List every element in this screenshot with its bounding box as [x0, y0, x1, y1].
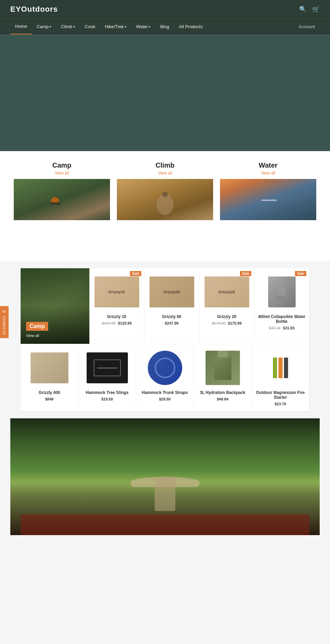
- grizzly15-label: Grizzly15: [108, 290, 125, 294]
- price: $247.99: [165, 321, 179, 325]
- category-water-viewall[interactable]: View all: [220, 171, 316, 176]
- category-water-image[interactable]: [220, 179, 316, 220]
- product-bottle-image: [258, 273, 306, 311]
- bottle-shape: [278, 285, 285, 295]
- product-grizzly400-price: $849: [24, 397, 75, 401]
- product-hammock-slings-image: [82, 349, 132, 387]
- category-climb-image[interactable]: [117, 179, 213, 220]
- cart-icon[interactable]: 🛒: [312, 5, 320, 13]
- nav-account[interactable]: Account: [294, 19, 320, 34]
- product-hammock-trunk[interactable]: Hammock Trunk Straps $29.50: [136, 344, 194, 411]
- product-hammock-slings[interactable]: Hammock Tree Slings $19.50: [78, 344, 136, 411]
- categories-grid: Camp View all Climb View all: [14, 161, 316, 220]
- product-backpack-name: 3L Hydration Backpack: [197, 390, 248, 395]
- contact-label: Contact Us: [2, 316, 7, 335]
- category-water-title: Water: [220, 161, 316, 169]
- sale-price: $31.83: [283, 326, 295, 330]
- svg-rect-5: [261, 200, 277, 201]
- category-water: Water View all: [220, 161, 316, 220]
- price: $23.70: [275, 402, 286, 406]
- product-grizzly15[interactable]: Sale Grizzly15 Grizzly 15 $124.99 $120.9…: [89, 268, 144, 344]
- navigation: Home Camp ▾ Climb ▾ Cook Hike/Trek ▾ Wat…: [0, 19, 330, 34]
- stick3: [284, 358, 288, 378]
- product-grizzly20-image: Grizzly20: [203, 273, 251, 311]
- logo[interactable]: EYOutdoors: [10, 5, 58, 14]
- product-firestarter-name: Outdoor Magnesium Fire Starter: [255, 390, 306, 400]
- category-climb-title: Climb: [117, 161, 213, 169]
- product-grizzly60[interactable]: Grizzly60 Grizzly 60 $247.99: [144, 268, 199, 344]
- sale-badge: Sale: [295, 271, 306, 276]
- chevron-down-icon: ▾: [50, 25, 51, 29]
- contact-icon: ✉: [2, 309, 7, 314]
- header: EYOutdoors 🔍 🛒: [0, 0, 330, 19]
- stick2: [278, 358, 283, 378]
- search-icon[interactable]: 🔍: [299, 5, 307, 13]
- products-section: Camp View all Sale Grizzly15 Grizzly 15 …: [0, 261, 330, 542]
- firestarter-img-placeholder: [273, 358, 288, 378]
- products-row-1: Camp View all Sale Grizzly15 Grizzly 15 …: [21, 268, 309, 344]
- nav-hiketrek[interactable]: Hike/Trek ▾: [100, 19, 131, 34]
- strap-line: [97, 368, 118, 369]
- header-icons: 🔍 🛒: [299, 5, 320, 13]
- category-climb-viewall[interactable]: View all: [117, 171, 213, 176]
- products-wrapper: Camp View all Sale Grizzly15 Grizzly 15 …: [21, 268, 309, 411]
- original-price: $37.14: [269, 326, 280, 330]
- product-grizzly400-name: Grizzly 400: [24, 390, 75, 395]
- categories-section: Camp View all Climb View all: [0, 151, 330, 261]
- grizzly15-img-placeholder: Grizzly15: [95, 276, 139, 307]
- hero-banner: [0, 34, 330, 151]
- boat-top: [155, 477, 175, 511]
- nav-right: Account: [294, 19, 320, 34]
- nav-cook[interactable]: Cook: [80, 19, 100, 34]
- product-grizzly400-image: [24, 349, 75, 387]
- nav-home[interactable]: Home: [10, 19, 32, 34]
- product-grizzly400[interactable]: Grizzly 400 $849: [21, 344, 78, 411]
- svg-point-3: [156, 194, 174, 215]
- contact-us-sidebar[interactable]: ✉ Contact Us: [0, 306, 9, 338]
- price: $849: [45, 397, 53, 401]
- category-camp: Camp View all: [14, 161, 110, 220]
- product-grizzly15-image: Grizzly15: [93, 273, 141, 311]
- nav-climb[interactable]: Climb ▾: [56, 19, 80, 34]
- original-price: $124.99: [102, 321, 116, 325]
- camp-promo-block[interactable]: Camp View all: [21, 268, 89, 344]
- bottom-hero-banner: [10, 418, 320, 535]
- chevron-down-icon: ▾: [74, 25, 75, 29]
- product-bottle-name: 400ml Collapsible Water Bottle: [258, 314, 306, 324]
- category-camp-image[interactable]: [14, 179, 110, 220]
- sale-badge: Sale: [240, 271, 251, 276]
- product-bottle[interactable]: Sale 400ml Collapsible Water Bottle $37.…: [254, 268, 309, 344]
- backpack-img-placeholder: [206, 351, 240, 385]
- product-hammock-trunk-name: Hammock Trunk Straps: [140, 390, 190, 395]
- product-firestarter[interactable]: Outdoor Magnesium Fire Starter $23.70: [252, 344, 309, 411]
- truck-shape: [21, 515, 309, 535]
- categories-spacer: [14, 220, 316, 248]
- hammock-slings-img-placeholder: [87, 352, 128, 383]
- price: $19.50: [101, 397, 113, 401]
- backpack-shape: [214, 356, 231, 380]
- grizzly20-label: Grizzly20: [218, 290, 235, 294]
- category-camp-viewall[interactable]: View all: [14, 171, 110, 176]
- grizzly60-label: Grizzly60: [163, 290, 180, 294]
- bottle-img-placeholder: [268, 276, 296, 307]
- product-firestarter-price: $23.70: [255, 402, 306, 406]
- backpack-top: [218, 351, 228, 358]
- stick1: [273, 358, 277, 378]
- product-grizzly20[interactable]: Sale Grizzly20 Grizzly 20 $174.99 $170.9…: [199, 268, 254, 344]
- svg-rect-2: [50, 202, 60, 205]
- product-backpack[interactable]: 3L Hydration Backpack $48.84: [194, 344, 252, 411]
- hammock-img-inner: [94, 359, 121, 376]
- nav-water[interactable]: Water ▾: [131, 19, 155, 34]
- nav-blog[interactable]: Blog: [155, 19, 174, 34]
- product-grizzly60-price: $247.99: [148, 321, 196, 325]
- chevron-down-icon: ▾: [149, 25, 151, 29]
- nav-allproducts[interactable]: All Products: [174, 19, 207, 34]
- sale-price: $170.99: [228, 321, 242, 325]
- product-backpack-price: $48.84: [197, 397, 248, 401]
- nav-camp[interactable]: Camp ▾: [32, 19, 56, 34]
- sale-badge: Sale: [130, 271, 141, 276]
- camp-promo-badge: Camp View all: [26, 322, 84, 338]
- grizzly20-img-placeholder: Grizzly20: [205, 276, 249, 307]
- camp-svg-icon: [48, 189, 76, 210]
- camp-promo-viewall[interactable]: View all: [26, 334, 39, 338]
